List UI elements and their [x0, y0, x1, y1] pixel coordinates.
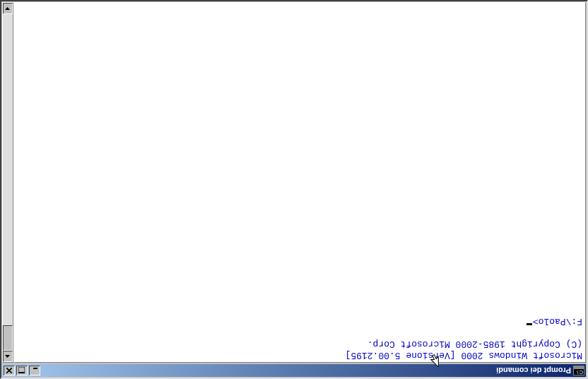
- scroll-thumb[interactable]: [3, 325, 13, 351]
- console-line: (C) Copyright 1985-2000 Microsoft Corp.: [17, 338, 582, 349]
- client-area: Microsoft Windows 2000 [Versione 5.00.21…: [2, 2, 586, 363]
- svg-rect-2: [19, 373, 25, 374]
- vertical-scrollbar[interactable]: [2, 2, 13, 363]
- close-button[interactable]: [4, 366, 15, 375]
- console-output[interactable]: Microsoft Windows 2000 [Versione 5.00.21…: [13, 2, 586, 363]
- scroll-track[interactable]: [3, 14, 13, 351]
- text-cursor: [527, 323, 532, 325]
- console-prompt: F:\Paolo>: [533, 315, 582, 327]
- system-menu-icon-label: C:\: [577, 370, 584, 375]
- system-menu-icon[interactable]: C:\: [573, 366, 584, 375]
- window-title: Prompt dei comandi: [42, 366, 571, 375]
- console-line: Microsoft Windows 2000 [Versione 5.00.21…: [17, 349, 582, 361]
- svg-rect-0: [33, 368, 37, 369]
- titlebar-controls: [4, 366, 42, 375]
- scroll-down-button[interactable]: [3, 3, 13, 14]
- maximize-button[interactable]: [16, 366, 28, 375]
- titlebar: C:\ Prompt dei comandi: [2, 364, 586, 377]
- scroll-up-button[interactable]: [3, 351, 13, 362]
- chevron-down-icon: [6, 7, 11, 10]
- console-line: [17, 327, 582, 338]
- console-prompt-line: F:\Paolo>: [17, 315, 582, 327]
- chevron-up-icon: [6, 355, 11, 358]
- minimize-button[interactable]: [29, 366, 40, 375]
- command-prompt-window: C:\ Prompt dei comandi Microsoft Windows…: [0, 0, 588, 379]
